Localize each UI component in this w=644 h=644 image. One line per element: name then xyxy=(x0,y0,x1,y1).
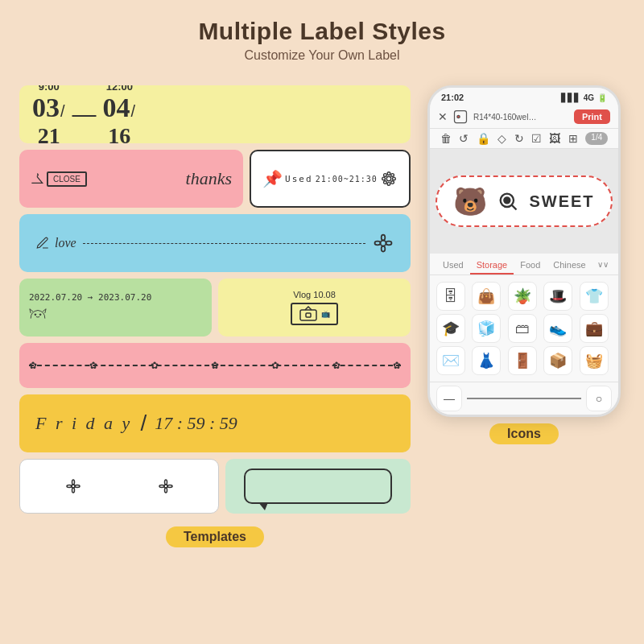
ruler-dot-2: ✿ xyxy=(89,360,97,371)
vlog-card: Vlog 10.08 📺 xyxy=(218,279,411,336)
templates-section: 9:00 03 / 21 — 12:00 04 / 16 xyxy=(19,85,411,547)
refresh-icon[interactable]: ↺ xyxy=(459,132,469,145)
time-range: Used xyxy=(285,174,313,184)
svg-point-2 xyxy=(387,183,390,186)
tab-used[interactable]: Used xyxy=(436,257,470,275)
storage-icon-5[interactable]: 👕 xyxy=(580,282,609,311)
phone-status-bar: 21:02 ▋▋▋ 4G 🔋 xyxy=(430,88,618,105)
love-line xyxy=(83,243,365,244)
time-card: 📌 Used 21:00~21:30 xyxy=(250,150,411,208)
svg-point-1 xyxy=(387,172,390,175)
ruler-dot-3: ✿ xyxy=(151,360,159,371)
svg-point-11 xyxy=(382,246,386,252)
svg-point-6 xyxy=(391,174,394,177)
flower-card xyxy=(19,459,219,514)
templates-label: Templates xyxy=(166,526,264,547)
close-thanks-card: CLOSE thanks xyxy=(19,150,243,208)
date-range-text: 2022.07.20 → 2023.07.20 xyxy=(29,292,202,303)
toolbar-filename: R14*40-160welzhuk... xyxy=(473,113,538,122)
thumbtack-icon: 📌 xyxy=(262,169,283,188)
storage-icon-1[interactable]: 🗄 xyxy=(436,282,465,311)
date1-day: 21 xyxy=(38,123,60,144)
shape-icon[interactable]: ◇ xyxy=(497,132,506,145)
signal-type: 4G xyxy=(584,93,594,102)
date-label-card: 9:00 03 / 21 — 12:00 04 / 16 xyxy=(19,85,411,143)
tab-chinese[interactable]: Chinese xyxy=(547,257,592,275)
trash-icon[interactable]: 🗑 xyxy=(440,132,452,145)
close-text: CLOSE xyxy=(47,171,87,187)
storage-icon-2[interactable]: 👜 xyxy=(472,282,501,311)
storage-icon-10[interactable]: 💼 xyxy=(580,314,609,343)
storage-icon-9[interactable]: 👟 xyxy=(543,314,572,343)
svg-point-26 xyxy=(159,485,164,488)
storage-icon-13[interactable]: 🚪 xyxy=(508,346,537,375)
file-icon xyxy=(452,109,469,125)
tab-storage[interactable]: Storage xyxy=(470,257,514,275)
svg-point-3 xyxy=(382,177,386,180)
friday-time: 17 : 59 : 59 xyxy=(155,413,237,434)
date1-sup: 9:00 xyxy=(39,85,60,93)
svg-point-31 xyxy=(505,197,510,203)
phone-icon-grid: 🗄 👜 🪴 🎩 👕 🎓 🧊 🗃 👟 💼 ✉️ 👗 🚪 📦 🧺 xyxy=(430,275,618,382)
ruler-dot-6: ✿ xyxy=(332,360,341,371)
tv-box: 📺 xyxy=(291,303,338,325)
icons-label: Icons xyxy=(489,423,559,444)
page-number: 1/4 xyxy=(585,132,608,145)
storage-icon-3[interactable]: 🪴 xyxy=(508,282,537,311)
svg-point-22 xyxy=(75,485,80,488)
image-icon[interactable]: 🖼 xyxy=(549,132,560,145)
svg-point-10 xyxy=(382,235,386,241)
tab-more-icon[interactable]: ∨∨ xyxy=(594,257,612,275)
page-sub-title: Customize Your Own Label xyxy=(0,48,644,63)
tv-label: 📺 xyxy=(321,310,330,318)
storage-icon-7[interactable]: 🧊 xyxy=(472,314,501,343)
phone-bottom-bar: — ○ xyxy=(430,382,618,415)
storage-icon-8[interactable]: 🗃 xyxy=(508,314,537,343)
friday-card: F r i d a y / 17 : 59 : 59 xyxy=(19,394,411,452)
storage-icon-16[interactable]: — xyxy=(436,386,462,411)
print-button[interactable]: Print xyxy=(574,109,610,124)
crop-icon[interactable]: ⊞ xyxy=(568,132,578,145)
svg-point-24 xyxy=(164,480,167,485)
storage-icon-11[interactable]: ✉️ xyxy=(436,346,465,375)
svg-rect-17 xyxy=(306,313,311,317)
friday-text: F r i d a y xyxy=(35,413,132,434)
status-time: 21:02 xyxy=(441,93,464,102)
lock-icon[interactable]: 🔒 xyxy=(477,132,490,145)
phone-tabs: Used Storage Food Chinese ∨∨ xyxy=(430,254,618,275)
svg-point-21 xyxy=(67,485,72,488)
sweet-label-card: 🐻 SWEET xyxy=(436,175,612,227)
storage-icon-17[interactable]: ○ xyxy=(586,386,612,411)
ruler-dot-1: ✿ xyxy=(29,360,37,371)
page-main-title: Multiple Label Styles xyxy=(0,18,644,45)
svg-point-20 xyxy=(72,488,74,493)
svg-point-9 xyxy=(381,241,386,246)
bear-icon: 🐻 xyxy=(453,185,487,217)
svg-point-13 xyxy=(386,242,392,246)
pencil-icon xyxy=(35,236,50,250)
svg-rect-16 xyxy=(300,310,316,320)
svg-point-8 xyxy=(391,181,394,184)
ruler-dot-4: ✿ xyxy=(211,360,219,371)
svg-point-14 xyxy=(35,313,36,315)
close-icon[interactable]: ✕ xyxy=(438,110,448,123)
storage-icon-15[interactable]: 🧺 xyxy=(580,346,609,375)
storage-icon-4[interactable]: 🎩 xyxy=(543,282,572,311)
speech-card xyxy=(225,459,411,514)
storage-icon-14[interactable]: 📦 xyxy=(543,346,572,375)
vlog-text: Vlog 10.08 xyxy=(293,290,336,299)
date1-month: 03 xyxy=(32,93,60,123)
svg-point-25 xyxy=(164,488,167,493)
tv-icon xyxy=(299,306,318,322)
svg-point-27 xyxy=(167,485,172,488)
svg-point-15 xyxy=(39,313,41,315)
flower-icon xyxy=(380,170,398,188)
check-icon[interactable]: ☑ xyxy=(531,132,542,145)
redo-icon[interactable]: ↻ xyxy=(514,132,524,145)
love-text: love xyxy=(55,236,76,250)
tab-food[interactable]: Food xyxy=(514,257,547,275)
svg-point-5 xyxy=(384,174,387,177)
storage-icon-12[interactable]: 👗 xyxy=(472,346,501,375)
storage-icon-6[interactable]: 🎓 xyxy=(436,314,465,343)
slash-separator: / xyxy=(140,411,147,436)
